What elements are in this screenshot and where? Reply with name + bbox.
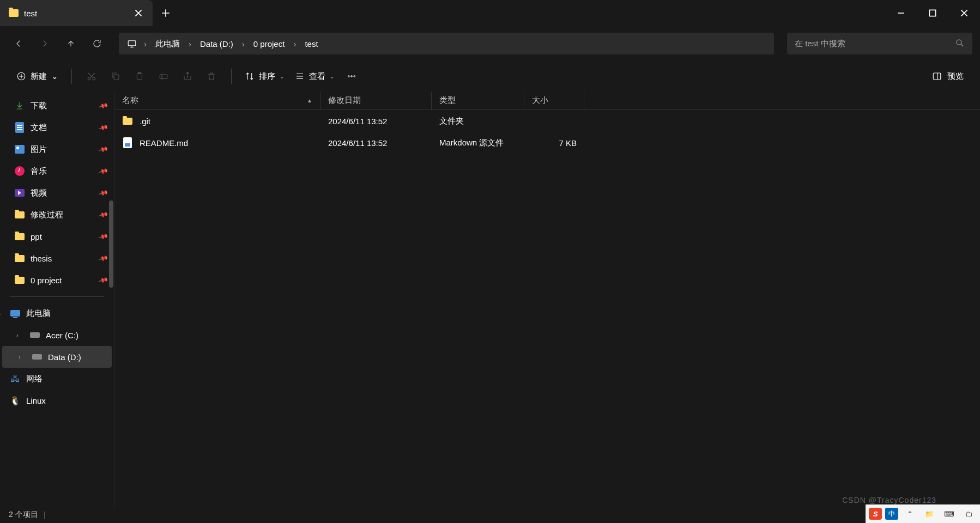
sidebar-label: Linux [26, 396, 46, 405]
drive-icon [32, 354, 42, 360]
sidebar-item[interactable]: 修改过程📌 [0, 204, 114, 226]
sidebar-item[interactable]: 视频📌 [0, 182, 114, 204]
chevron-down-icon: ⌄ [330, 74, 334, 80]
chevron-right-icon: › [241, 39, 246, 48]
tray-folder-icon[interactable]: 📁 [921, 507, 937, 521]
close-tab-button[interactable] [131, 5, 146, 21]
titlebar: test [0, 0, 980, 26]
sort-button[interactable]: 排序 ⌄ [239, 68, 289, 85]
chevron-right-icon[interactable]: › [0, 375, 4, 382]
sidebar-item-drive[interactable]: ›Data (D:) [2, 346, 112, 368]
chevron-right-icon[interactable]: › [0, 397, 4, 404]
sidebar-label: 此电脑 [26, 308, 51, 319]
svg-rect-9 [160, 75, 167, 79]
tray-ime-button[interactable]: 中 [885, 508, 898, 520]
taskbar: S 中 ⌃ 📁 ⌨ 🗀 [866, 504, 980, 523]
pin-icon: 📌 [98, 209, 109, 220]
sidebar-item-this-pc[interactable]: ⌄ 此电脑 [0, 302, 114, 324]
pin-icon: 📌 [98, 275, 109, 285]
new-tab-button[interactable] [153, 0, 179, 26]
sidebar-item-linux[interactable]: › 🐧 Linux [0, 390, 114, 411]
chevron-right-icon[interactable]: › [16, 332, 24, 338]
file-date: 2024/6/11 13:52 [320, 138, 432, 148]
breadcrumb-segment[interactable]: 此电脑 [150, 37, 185, 51]
watermark: CSDN @TracyCoder123 [842, 496, 936, 504]
file-size: 7 KB [524, 138, 584, 148]
more-button[interactable] [340, 66, 364, 86]
back-button[interactable] [8, 33, 29, 54]
chevron-right-icon: › [187, 39, 192, 48]
body: 下载📌文档📌图片📌音乐📌视频📌修改过程📌ppt📌thesis📌0 project… [0, 92, 980, 507]
address-bar[interactable]: › 此电脑 › Data (D:) › 0 project › test [119, 33, 774, 54]
new-label: 新建 [31, 71, 47, 82]
table-row[interactable]: README.md2024/6/11 13:52Markdown 源文件7 KB [114, 132, 980, 154]
table-row[interactable]: .git2024/6/11 13:52文件夹 [114, 110, 980, 132]
chevron-down-icon[interactable]: ⌄ [0, 310, 4, 317]
sidebar-item[interactable]: 0 project📌 [0, 269, 114, 291]
sidebar-label: 下载 [31, 101, 47, 111]
tray-sogou-icon[interactable]: S [869, 508, 882, 520]
scrollbar[interactable] [109, 200, 113, 288]
sidebar-item-drive[interactable]: ›Acer (C:) [0, 324, 114, 346]
breadcrumb-segment[interactable]: test [299, 37, 323, 51]
paste-button[interactable] [128, 66, 152, 86]
maximize-button[interactable] [917, 0, 948, 26]
close-window-button[interactable] [948, 0, 980, 26]
pin-icon: 📌 [98, 144, 109, 155]
breadcrumb-segment[interactable]: 0 project [248, 37, 291, 51]
sidebar-item[interactable]: 下载📌 [0, 95, 114, 117]
separator [231, 69, 232, 84]
column-header-name[interactable]: 名称 ▲ [114, 92, 320, 110]
sidebar-item[interactable]: 音乐📌 [0, 160, 114, 182]
sidebar-item[interactable]: thesis📌 [0, 247, 114, 269]
svg-point-11 [351, 76, 352, 77]
sidebar-item[interactable]: ppt📌 [0, 226, 114, 247]
sidebar-label: 文档 [31, 123, 47, 133]
tray-keyboard-icon[interactable]: ⌨ [941, 507, 957, 521]
folder-icon [15, 211, 25, 218]
chevron-right-icon[interactable]: › [19, 354, 26, 360]
view-button[interactable]: 查看 ⌄ [289, 68, 340, 85]
markdown-icon [123, 137, 132, 148]
sort-asc-icon: ▲ [307, 98, 312, 104]
status-count: 2 个项目 [9, 510, 38, 520]
sidebar-label: Data (D:) [48, 352, 81, 362]
copy-button[interactable] [104, 66, 128, 86]
refresh-button[interactable] [86, 33, 108, 54]
drive-icon [30, 332, 40, 338]
sidebar-label: 视频 [31, 188, 47, 198]
breadcrumb-segment[interactable]: Data (D:) [195, 37, 239, 51]
window-controls [885, 0, 980, 26]
share-button[interactable] [176, 66, 199, 86]
column-header-type[interactable]: 类型 [432, 92, 524, 110]
network-icon: 🖧 [10, 373, 21, 384]
search-placeholder: 在 test 中搜索 [795, 39, 955, 49]
search-input[interactable]: 在 test 中搜索 [787, 33, 972, 54]
svg-point-12 [354, 76, 355, 77]
preview-button[interactable]: 预览 [927, 68, 969, 85]
tray-chevron-icon[interactable]: ⌃ [902, 507, 918, 521]
tray-battery-icon[interactable]: 🗀 [960, 507, 977, 521]
sidebar-label: thesis [31, 254, 52, 263]
minimize-button[interactable] [885, 0, 917, 26]
new-button[interactable]: 新建 ⌄ [11, 68, 64, 85]
cut-button[interactable] [80, 66, 104, 86]
pin-icon: 📌 [98, 166, 109, 177]
sidebar-label: 修改过程 [31, 210, 63, 220]
file-type: 文件夹 [432, 116, 524, 126]
up-button[interactable] [60, 33, 82, 54]
forward-button[interactable] [34, 33, 56, 54]
sidebar-item[interactable]: 图片📌 [0, 138, 114, 160]
tab[interactable]: test [0, 0, 153, 26]
folder-icon [15, 277, 25, 284]
sidebar-label: 图片 [31, 144, 47, 155]
file-date: 2024/6/11 13:52 [320, 117, 432, 126]
sidebar-item[interactable]: 文档📌 [0, 117, 114, 138]
file-name: README.md [140, 138, 188, 148]
rename-button[interactable] [152, 66, 176, 86]
delete-button[interactable] [199, 66, 223, 86]
sidebar-item-network[interactable]: › 🖧 网络 [0, 368, 114, 390]
column-header-date[interactable]: 修改日期 [320, 92, 432, 110]
svg-rect-1 [128, 41, 136, 46]
column-header-size[interactable]: 大小 [524, 92, 584, 110]
